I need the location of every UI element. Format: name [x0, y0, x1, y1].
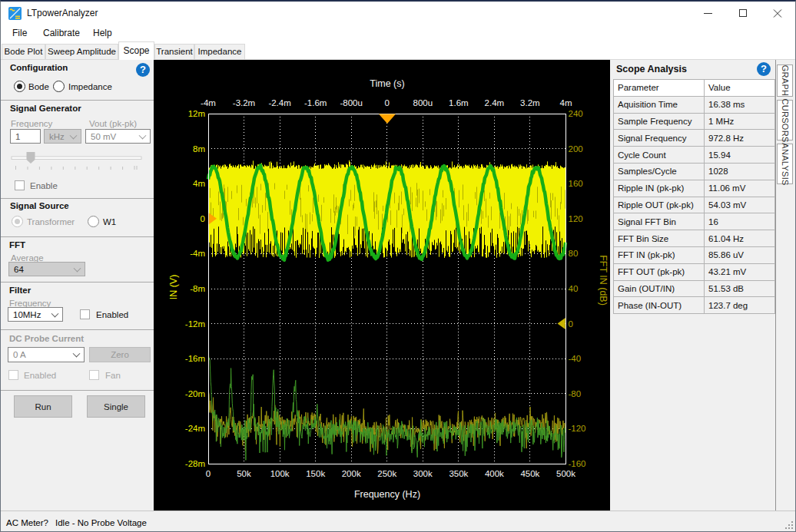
svg-text:100k: 100k	[270, 469, 290, 478]
svg-text:Frequency (Hz): Frequency (Hz)	[354, 489, 420, 500]
svg-text:FFT IN (dB): FFT IN (dB)	[598, 255, 609, 306]
svg-text:-3.2m: -3.2m	[233, 98, 255, 107]
svg-text:-4m: -4m	[201, 98, 216, 107]
svg-text:-1.6m: -1.6m	[304, 98, 327, 107]
svg-text:800u: 800u	[413, 98, 433, 107]
svg-text:0: 0	[569, 319, 573, 329]
svg-text:-24m: -24m	[185, 424, 205, 433]
svg-text:Time (s): Time (s)	[370, 78, 404, 89]
svg-text:120: 120	[569, 214, 583, 223]
svg-text:-28m: -28m	[185, 459, 205, 468]
svg-text:0: 0	[206, 469, 211, 478]
svg-text:-80: -80	[569, 389, 582, 398]
svg-text:-16m: -16m	[185, 354, 205, 363]
svg-text:12m: 12m	[188, 109, 205, 118]
svg-text:350k: 350k	[449, 469, 468, 478]
svg-text:0: 0	[201, 214, 205, 223]
svg-text:2.4m: 2.4m	[485, 98, 505, 107]
svg-text:200: 200	[569, 144, 583, 154]
svg-text:-40: -40	[569, 354, 582, 363]
svg-text:-4m: -4m	[190, 249, 205, 258]
svg-text:300k: 300k	[413, 469, 433, 478]
svg-text:-800u: -800u	[340, 98, 362, 107]
svg-text:200k: 200k	[342, 469, 361, 478]
svg-text:400k: 400k	[485, 469, 504, 478]
svg-text:450k: 450k	[520, 469, 539, 478]
svg-text:-20m: -20m	[185, 389, 205, 398]
svg-text:1.6m: 1.6m	[449, 98, 469, 107]
svg-text:3.2m: 3.2m	[520, 98, 540, 107]
svg-text:8m: 8m	[193, 144, 205, 154]
svg-text:4m: 4m	[560, 98, 572, 107]
svg-text:-2.4m: -2.4m	[268, 98, 290, 107]
svg-text:500k: 500k	[556, 469, 575, 478]
svg-text:50k: 50k	[237, 469, 251, 478]
svg-text:80: 80	[569, 249, 579, 258]
svg-text:IN (V): IN (V)	[168, 275, 179, 300]
svg-text:160: 160	[569, 179, 583, 188]
svg-text:-160: -160	[569, 459, 586, 468]
svg-text:40: 40	[569, 284, 579, 293]
svg-text:0: 0	[385, 98, 390, 107]
svg-text:250k: 250k	[377, 469, 396, 478]
svg-text:4m: 4m	[193, 179, 205, 188]
svg-text:-8m: -8m	[190, 284, 205, 293]
svg-text:-12m: -12m	[185, 319, 205, 329]
svg-text:150k: 150k	[306, 469, 325, 478]
svg-text:-120: -120	[569, 424, 586, 433]
svg-text:240: 240	[569, 109, 583, 118]
